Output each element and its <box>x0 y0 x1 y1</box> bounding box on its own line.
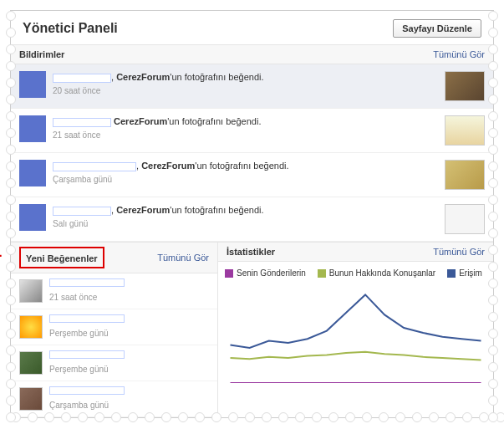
new-likes-title: Yeni Beğenenler <box>26 253 98 263</box>
like-time: Perşembe günü <box>49 365 109 374</box>
notification-time: 20 saat önce <box>53 85 438 97</box>
brand-name: CerezForum <box>114 116 167 126</box>
redacted-name <box>53 207 111 216</box>
avatar <box>19 387 43 411</box>
like-time: Perşembe günü <box>49 329 109 338</box>
new-likes-see-all[interactable]: Tümünü Gör <box>157 253 209 263</box>
stats-chart: Senin Gönderilerin Bunun Hakkında Konuşa… <box>218 262 493 393</box>
stats-header: İstatistikler Tümünü Gör <box>218 242 493 262</box>
panel-header: Yönetici Paneli Sayfayı Düzenle <box>11 11 493 44</box>
notification-body: , CerezForum'un fotoğrafını beğendi. 20 … <box>53 71 438 97</box>
notifications-see-all[interactable]: Tümünü Gör <box>433 49 485 59</box>
brand-name: CerezForum <box>141 161 195 171</box>
redacted-name <box>49 386 125 395</box>
like-time: Çarşamba günü <box>49 401 109 410</box>
notification-row[interactable]: , CerezForum'un fotoğrafını beğendi. 20 … <box>11 64 493 109</box>
like-row[interactable]: Perşembe günü <box>11 345 217 381</box>
admin-panel: Yönetici Paneli Sayfayı Düzenle Bildirim… <box>10 10 494 418</box>
brand-name: CerezForum <box>116 72 170 82</box>
lower-columns: 1. Yeni Beğenenler Tümünü Gör 21 saat ön… <box>11 242 493 417</box>
avatar <box>19 279 43 303</box>
notification-row[interactable]: , CerezForum'un fotoğrafını beğendi. Çar… <box>11 153 493 197</box>
like-time: 21 saat önce <box>49 293 97 302</box>
stats-title: İstatistikler <box>227 247 275 257</box>
panel-title: Yönetici Paneli <box>23 21 118 36</box>
legend-swatch-green <box>318 269 326 278</box>
redacted-name <box>49 314 125 323</box>
chart-legend: Senin Gönderilerin Bunun Hakkında Konuşa… <box>225 268 486 278</box>
avatar <box>19 115 46 142</box>
notification-text: 'un fotoğrafını beğendi. <box>170 205 263 215</box>
notification-text: 'un fotoğrafını beğendi. <box>167 116 261 126</box>
new-likes-column: 1. Yeni Beğenenler Tümünü Gör 21 saat ön… <box>11 242 218 417</box>
redacted-name <box>53 162 136 171</box>
notifications-title: Bildirimler <box>19 49 64 59</box>
redacted-name <box>49 350 125 359</box>
thumbnail <box>445 204 485 234</box>
notification-row[interactable]: , CerezForum'un fotoğrafını beğendi. Sal… <box>11 197 493 242</box>
notification-time: Çarşamba günü <box>53 174 438 186</box>
stats-column: İstatistikler Tümünü Gör Senin Gönderile… <box>218 242 493 417</box>
line-chart <box>225 283 486 383</box>
brand-name: CerezForum <box>116 205 170 215</box>
redacted-name <box>53 74 111 83</box>
legend-swatch-purple <box>225 269 233 278</box>
like-row[interactable]: 21 saat önce <box>11 273 217 309</box>
avatar <box>19 71 46 98</box>
notification-time: 21 saat önce <box>53 130 438 141</box>
avatar <box>19 204 46 231</box>
annotation-number: 1. <box>0 246 3 259</box>
avatar <box>19 315 43 339</box>
notification-body: , CerezForum'un fotoğrafını beğendi. Sal… <box>53 204 438 230</box>
notification-body: , CerezForum'un fotoğrafını beğendi. Çar… <box>53 160 438 186</box>
legend-talking: Bunun Hakkında Konuşanlar <box>329 268 435 278</box>
notification-text: 'un fotoğrafını beğendi. <box>195 161 288 171</box>
thumbnail <box>445 160 485 190</box>
avatar <box>19 351 43 375</box>
edit-page-button[interactable]: Sayfayı Düzenle <box>393 19 481 38</box>
redacted-name <box>49 278 125 287</box>
stats-see-all[interactable]: Tümünü Gör <box>433 247 485 257</box>
thumbnail <box>445 71 485 101</box>
notification-body: CerezForum'un fotoğrafını beğendi. 21 sa… <box>53 115 438 141</box>
legend-reach: Erişim <box>459 268 482 278</box>
avatar <box>19 160 46 186</box>
legend-swatch-blue <box>447 269 456 278</box>
like-row[interactable]: Perşembe günü <box>11 309 217 345</box>
annotation-highlight: Yeni Beğenenler <box>19 247 104 268</box>
notification-row[interactable]: CerezForum'un fotoğrafını beğendi. 21 sa… <box>11 109 493 153</box>
notification-text: 'un fotoğrafını beğendi. <box>170 72 263 82</box>
thumbnail <box>445 115 485 146</box>
legend-posts: Senin Gönderilerin <box>237 268 306 278</box>
notification-time: Salı günü <box>53 218 438 230</box>
new-likes-header: 1. Yeni Beğenenler Tümünü Gör <box>11 242 217 273</box>
redacted-name <box>53 118 111 127</box>
notifications-header: Bildirimler Tümünü Gör <box>11 44 493 64</box>
